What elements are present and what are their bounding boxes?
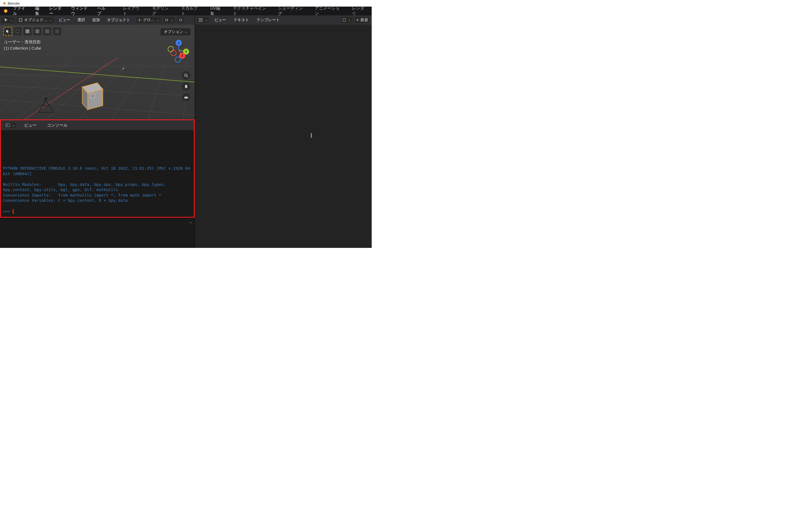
svg-rect-43 xyxy=(185,97,187,98)
axis-z[interactable]: Z xyxy=(176,40,182,46)
text-cursor-ibeam-icon: I xyxy=(310,132,312,139)
svg-point-5 xyxy=(5,11,6,12)
console-menu-console[interactable]: コンソール xyxy=(44,122,70,129)
viewport-overlay-text: ユーザー・透視投影 (1) Collection | Cube xyxy=(4,39,41,51)
tool-select-invert[interactable] xyxy=(43,27,52,36)
tool-select-box[interactable] xyxy=(3,27,12,36)
circle-icon xyxy=(179,18,183,22)
orientation-icon xyxy=(137,18,141,22)
svg-line-40 xyxy=(187,76,188,77)
panel-collapse-chevron-icon[interactable]: ⌄ xyxy=(189,219,192,224)
text-editor-header: ビュー テキスト テンプレート + 新規 xyxy=(195,15,372,25)
cube-object xyxy=(82,83,103,110)
viewport-menu-object[interactable]: オブジェクト xyxy=(104,17,133,23)
console-header: ビュー コンソール xyxy=(1,120,194,130)
tool-select-extend[interactable] xyxy=(13,27,22,36)
plus-icon: + xyxy=(356,18,359,22)
orientation-label: グロ… xyxy=(143,18,155,22)
svg-rect-6 xyxy=(19,19,22,22)
texted-editor-type-selector[interactable] xyxy=(196,17,209,24)
magnet-icon xyxy=(165,18,169,22)
svg-rect-35 xyxy=(16,30,19,33)
texted-menu-templates[interactable]: テンプレート xyxy=(254,17,283,23)
console-modules-label: Builtin Modules: xyxy=(3,182,41,187)
transform-orientation[interactable]: グロ… xyxy=(136,17,161,24)
console-prompt: >>> xyxy=(3,209,13,213)
cursor3d-icon xyxy=(4,18,8,22)
svg-point-2 xyxy=(4,3,5,4)
editor-type-selector[interactable] xyxy=(2,17,15,24)
python-console-highlighted: ビュー コンソール PYTHON INTERACTIVE CONSOLE 3.1… xyxy=(0,119,195,218)
tool-select-subtract[interactable] xyxy=(23,27,32,36)
console-menu-view[interactable]: ビュー xyxy=(21,122,39,129)
viewport-menu-add[interactable]: 追加 xyxy=(90,17,103,23)
console-imports: from mathutils import *; from math impor… xyxy=(58,193,161,197)
console-output[interactable]: PYTHON INTERACTIVE CONSOLE 3.10.8 (main,… xyxy=(1,130,194,217)
terminal-icon xyxy=(5,123,10,127)
options-label: オプション xyxy=(164,30,183,34)
pan-button[interactable] xyxy=(182,82,191,91)
zoom-button[interactable] xyxy=(182,71,191,80)
tool-select-mode-strip xyxy=(3,27,61,36)
texted-new-button[interactable]: + 新規 xyxy=(355,17,370,24)
text-editor-body[interactable]: I xyxy=(195,25,372,248)
console-imports-label: Convenience Imports: xyxy=(3,193,51,197)
blender-logo-icon xyxy=(2,8,8,14)
texted-menu-view[interactable]: ビュー xyxy=(212,17,229,23)
viewport-header: オブジェク… ビュー 選択 追加 オブジェクト グロ… xyxy=(0,15,195,25)
overlay-line2: (1) Collection | Cube xyxy=(4,45,41,52)
console-editor-type-selector[interactable] xyxy=(4,121,17,129)
bottom-panel: ⌄ xyxy=(0,218,195,248)
console-vars-label: Convenience Variables: xyxy=(3,198,56,203)
new-label: 新規 xyxy=(360,18,368,22)
text-datablock-icon xyxy=(342,18,346,22)
camera-icon xyxy=(184,95,188,100)
viewport-menu-view[interactable]: ビュー xyxy=(56,17,73,23)
svg-point-7 xyxy=(179,19,182,21)
text-icon xyxy=(198,18,203,22)
axis-neg-x[interactable] xyxy=(170,50,176,56)
tool-select-more[interactable] xyxy=(53,27,61,36)
blender-logo-icon xyxy=(2,1,6,5)
viewport-menu-select[interactable]: 選択 xyxy=(75,17,88,23)
overlay-line1: ユーザー・透視投影 xyxy=(4,39,41,45)
tool-select-intersect[interactable] xyxy=(33,27,42,36)
nav-gizmo[interactable]: Z Y X xyxy=(168,39,190,61)
3d-viewport[interactable]: オプション ユーザー・透視投影 (1) Collection | Cube Z … xyxy=(0,25,195,119)
object-mode-icon xyxy=(19,18,22,22)
cursor-icon xyxy=(5,29,10,34)
svg-rect-49 xyxy=(343,19,345,22)
snap-toggle[interactable] xyxy=(163,17,175,24)
axis-neg-z[interactable] xyxy=(175,57,181,62)
console-banner: PYTHON INTERACTIVE CONSOLE 3.10.8 (main,… xyxy=(3,166,192,176)
hand-icon xyxy=(184,84,188,89)
mode-label: オブジェク… xyxy=(24,18,47,22)
mode-selector[interactable]: オブジェク… xyxy=(16,17,54,24)
camera-view-button[interactable] xyxy=(182,93,191,102)
magnify-plus-icon xyxy=(184,73,188,78)
select-box-icon xyxy=(15,29,20,34)
proportional-edit-toggle[interactable] xyxy=(177,17,185,24)
texted-datablock-selector[interactable] xyxy=(340,17,353,24)
viewport-options-button[interactable]: オプション xyxy=(160,28,191,36)
svg-point-39 xyxy=(185,74,187,77)
texted-menu-text[interactable]: テキスト xyxy=(231,17,252,23)
main-menubar: ファイル 編集 レンダー ウィンドウ ヘルプ レイアウト モデリング スカルプト… xyxy=(0,6,372,15)
console-vars: C = bpy.context, D = bpy.data xyxy=(58,198,128,203)
svg-point-27 xyxy=(122,68,124,70)
console-cursor: ▌ xyxy=(13,209,15,213)
